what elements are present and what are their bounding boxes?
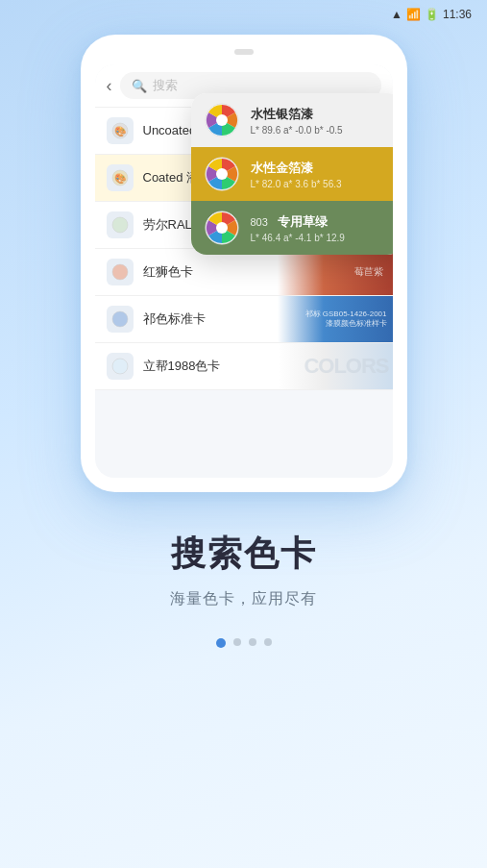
swatch-overlay-text: COLORS (304, 354, 388, 379)
item-icon: 🎨 (107, 117, 134, 144)
battery-icon: 🔋 (425, 8, 439, 21)
item-icon (107, 259, 134, 285)
color-wheel-logo (205, 211, 239, 245)
svg-point-4 (112, 217, 128, 233)
magnify-item-gold[interactable]: 水性金箔漆 L* 82.0 a* 3.6 b* 56.3 (191, 147, 393, 201)
palette-icon (111, 263, 129, 281)
magnify-item-silver[interactable]: 水性银箔漆 L* 89.6 a* -0.0 b* -0.5 (191, 93, 393, 147)
list-item[interactable]: 立帮1988色卡 COLORS (95, 343, 393, 390)
svg-text:🎨: 🎨 (114, 125, 127, 137)
phone-mockup: ‹ 🔍 搜索 🎨 Uncoated 潘 (81, 35, 407, 492)
list-item[interactable]: 祁色标准卡 祁标 GSB05-1426-2001漆膜颜色标准样卡 (95, 296, 393, 343)
phone-frame: ‹ 🔍 搜索 🎨 Uncoated 潘 (81, 35, 407, 492)
magnify-item-info: 803 专用草绿 L* 46.4 a* -4.1 b* 12.9 (251, 213, 389, 243)
item-icon (107, 353, 134, 380)
color-swatch: 莓苣紫 (278, 249, 393, 295)
magnify-item-green[interactable]: 803 专用草绿 L* 46.4 a* -4.1 b* 12.9 (191, 201, 393, 255)
status-icons: ▲ 📶 🔋 11:36 (391, 8, 472, 21)
svg-point-9 (216, 114, 228, 126)
status-bar: ▲ 📶 🔋 11:36 (0, 0, 487, 25)
swatch-overlay-text: 祁标 GSB05-1426-2001漆膜颜色标准样卡 (305, 310, 387, 330)
magnify-item-lab: L* 89.6 a* -0.0 b* -0.5 (251, 125, 389, 136)
magnify-item-lab: L* 82.0 a* 3.6 b* 56.3 (251, 179, 389, 189)
dot-4[interactable] (264, 638, 272, 646)
list-item[interactable]: 红狮色卡 莓苣紫 (95, 249, 393, 296)
magnify-popup: 水性银箔漆 L* 89.6 a* -0.0 b* -0.5 (191, 93, 393, 255)
magnify-item-lab: L* 46.4 a* -4.1 b* 12.9 (251, 233, 389, 243)
bottom-section: 搜索色卡 海量色卡，应用尽有 (0, 531, 487, 609)
svg-point-11 (216, 168, 228, 180)
svg-text:🎨: 🎨 (114, 172, 127, 185)
phone-notch (234, 49, 254, 55)
time-display: 11:36 (443, 8, 472, 21)
item-label: 红狮色卡 (143, 263, 193, 281)
palette-icon (111, 310, 129, 328)
back-button[interactable]: ‹ (107, 76, 112, 96)
svg-point-6 (112, 311, 128, 327)
sub-title: 海量色卡，应用尽有 (19, 589, 468, 609)
search-icon: 🔍 (132, 79, 147, 93)
magnify-item-name: 水性银箔漆 (251, 106, 389, 123)
svg-point-13 (216, 222, 228, 234)
palette-icon: 🎨 (111, 169, 129, 186)
item-label: 祁色标准卡 (143, 310, 206, 328)
magnify-item-name: 水性金箔漆 (251, 160, 389, 177)
dots-indicator (0, 638, 487, 648)
color-wheel-logo (205, 103, 239, 137)
signal-icon: 📶 (406, 8, 421, 21)
item-icon (107, 306, 134, 333)
dot-3[interactable] (249, 638, 256, 646)
palette-icon (111, 216, 129, 234)
item-icon (107, 211, 134, 238)
wifi-icon: ▲ (391, 8, 402, 21)
magnify-item-code: 803 (251, 216, 268, 228)
magnify-item-name: 专用草绿 (278, 213, 328, 231)
color-swatch: 祁标 GSB05-1426-2001漆膜颜色标准样卡 (278, 296, 393, 342)
main-title: 搜索色卡 (19, 531, 468, 578)
magnify-item-info: 水性金箔漆 L* 82.0 a* 3.6 b* 56.3 (251, 160, 389, 189)
svg-point-5 (112, 264, 128, 280)
search-placeholder: 搜索 (153, 77, 178, 94)
svg-point-7 (112, 359, 128, 374)
color-wheel-logo (205, 157, 239, 191)
phone-screen: ‹ 🔍 搜索 🎨 Uncoated 潘 (95, 64, 393, 478)
palette-icon (111, 358, 129, 375)
item-icon: 🎨 (107, 164, 134, 191)
swatch-overlay-text: 莓苣紫 (354, 265, 383, 279)
item-label: 立帮1988色卡 (143, 358, 221, 375)
dot-1[interactable] (216, 638, 226, 648)
magnify-item-info: 水性银箔漆 L* 89.6 a* -0.0 b* -0.5 (251, 106, 389, 136)
dot-2[interactable] (233, 638, 241, 646)
palette-icon: 🎨 (111, 122, 129, 139)
color-swatch: COLORS (278, 343, 393, 389)
